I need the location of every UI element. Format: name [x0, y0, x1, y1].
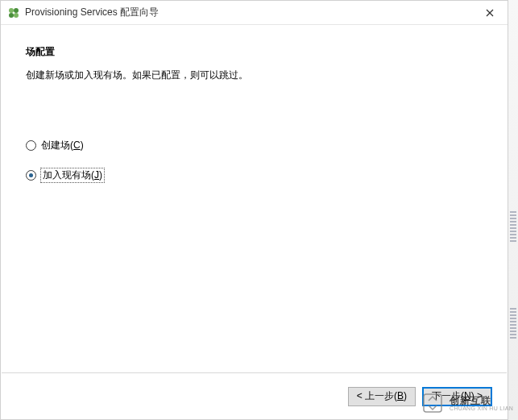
close-button[interactable]: [471, 1, 508, 24]
titlebar: Provisioning Services 配置向导: [1, 1, 508, 25]
radio-icon: [26, 140, 36, 151]
back-button[interactable]: < 上一步(B): [348, 387, 416, 406]
radio-join-farm[interactable]: 加入现有场(J): [26, 168, 483, 182]
radio-create-farm[interactable]: 创建场(C): [26, 139, 483, 152]
window-title: Provisioning Services 配置向导: [25, 6, 159, 19]
svg-point-2: [9, 13, 14, 18]
back-button-label: < 上一步(B): [357, 389, 407, 403]
app-icon: [7, 6, 20, 19]
content-area: 场配置 创建新场或加入现有场。如果已配置，则可以跳过。 创建场(C) 加入现有场…: [2, 26, 507, 371]
radio-join-label: 加入现有场(J): [41, 168, 104, 182]
page-heading: 场配置: [26, 45, 483, 59]
radio-create-label: 创建场(C): [41, 139, 84, 152]
close-icon: [486, 6, 494, 19]
watermark: 创新互联 CHUANG XIN HU LIAN: [421, 391, 513, 415]
svg-point-1: [14, 8, 19, 13]
svg-point-0: [9, 8, 14, 13]
watermark-en: CHUANG XIN HU LIAN: [450, 405, 513, 411]
wizard-window: Provisioning Services 配置向导 场配置 创建新场或加入现有…: [0, 0, 508, 420]
watermark-logo-icon: [421, 391, 445, 415]
page-description: 创建新场或加入现有场。如果已配置，则可以跳过。: [26, 69, 483, 82]
svg-point-3: [14, 13, 19, 18]
right-edge-decoration: [508, 0, 518, 420]
radio-icon: [26, 170, 36, 181]
watermark-text: 创新互联 CHUANG XIN HU LIAN: [450, 396, 513, 411]
watermark-cn: 创新互联: [450, 396, 513, 405]
